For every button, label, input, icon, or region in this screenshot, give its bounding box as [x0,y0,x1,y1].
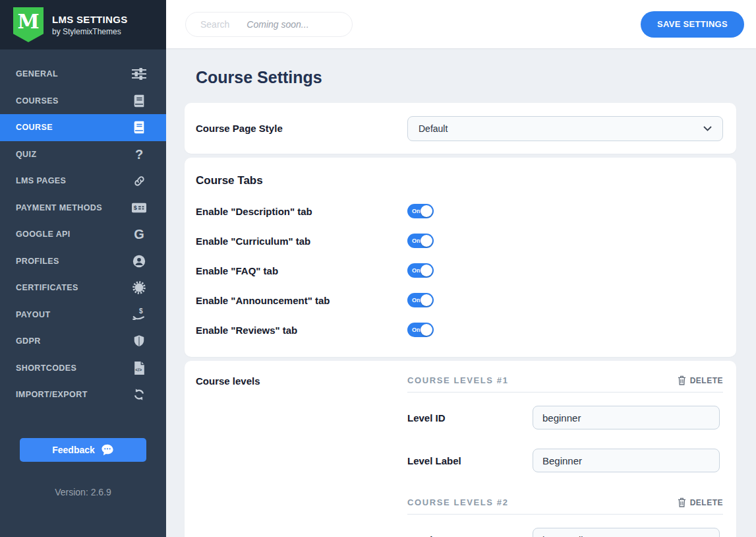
level-id-input[interactable] [533,406,720,429]
level-id-row: Level ID [407,406,723,429]
question-icon: ? [131,146,147,162]
course-page-style-label: Course Page Style [196,123,407,134]
level-label-label: Level Label [407,455,533,466]
app-subtitle: by StylemixThemes [52,27,127,36]
toggle-state-label: On [412,267,421,274]
sidebar-item-label: GENERAL [16,69,58,79]
toggle-knob [421,265,432,276]
sidebar-item-shortcodes[interactable]: SHORTCODES </> [0,355,166,382]
sidebar-item-courses[interactable]: COURSES [0,88,166,115]
sidebar-item-label: QUIZ [16,150,36,159]
google-icon: G [131,226,147,242]
sidebar-item-import-export[interactable]: IMPORT/EXPORT [0,381,166,408]
sidebar-item-label: PAYOUT [16,310,50,319]
search-field[interactable]: Search [185,12,353,37]
course-levels-card: Course levels COURSE LEVELS #1 DELETE [185,361,736,537]
delete-label: DELETE [690,498,723,507]
shortcode-icon: </> [131,360,147,376]
certificate-icon [131,280,147,296]
chat-icon [101,444,114,456]
level-id-label: Level ID [407,412,533,424]
book-icon [131,93,147,109]
payment-icon: $ [131,200,147,216]
topbar: Search SAVE SETTINGS [166,0,756,48]
group-heading: COURSE LEVELS #2 [407,497,508,507]
toggle-state-label: On [412,297,421,303]
save-settings-button[interactable]: SAVE SETTINGS [641,11,744,38]
svg-text:$: $ [134,205,137,211]
sliders-icon [131,66,147,82]
shield-icon [131,333,147,349]
sidebar-item-payment-methods[interactable]: PAYMENT METHODS $ [0,195,166,222]
course-level-group-1: COURSE LEVELS #1 DELETE Level ID [407,375,723,472]
level-id-label: Level ID [407,534,533,537]
svg-text:</>: </> [135,367,142,371]
logo-letter: M [17,7,39,36]
masterstudy-logo-icon: M [13,7,44,42]
trash-icon [678,375,686,385]
sidebar-item-label: IMPORT/EXPORT [16,390,88,399]
page-title: Course Settings [196,68,736,87]
faq-tab-toggle[interactable]: On [407,263,434,278]
toggle-row-faq: Enable "FAQ" tab On [196,263,723,278]
description-tab-toggle[interactable]: On [407,204,434,218]
search-input[interactable] [247,19,339,30]
toggle-knob [421,205,432,217]
toggle-knob [421,294,432,306]
sidebar-item-label: PROFILES [16,257,59,266]
toggle-knob [421,235,432,247]
settings-content: Course Settings Course Page Style Defaul… [166,48,756,537]
sidebar-item-general[interactable]: GENERAL [0,61,166,88]
search-label: Search [200,19,229,30]
delete-label: DELETE [690,376,723,385]
sidebar-item-lms-pages[interactable]: LMS PAGES [0,168,166,195]
feedback-label: Feedback [52,445,95,455]
delete-level-button[interactable]: DELETE [678,375,723,385]
level-id-input[interactable] [533,528,720,537]
trash-icon [678,497,686,507]
toggle-row-description: Enable "Description" tab On [196,203,723,219]
app-title: LMS SETTINGS [52,14,127,25]
sidebar-item-course[interactable]: COURSE [0,114,166,141]
app-logo: M LMS SETTINGS by StylemixThemes [0,0,166,49]
profile-icon [131,253,147,269]
payout-icon: $ [131,307,147,323]
sidebar-item-label: COURSE [16,123,53,132]
group-heading: COURSE LEVELS #1 [407,375,508,385]
toggle-knob [421,324,432,336]
level-label-input[interactable] [533,449,720,472]
sidebar: M LMS SETTINGS by StylemixThemes GENERAL… [0,0,166,537]
toggle-state-label: On [412,208,421,214]
sidebar-item-label: SHORTCODES [16,363,76,373]
level-label-row: Level Label [407,449,723,472]
curriculum-tab-toggle[interactable]: On [407,234,434,248]
link-icon [131,173,147,189]
sidebar-item-gdpr[interactable]: GDPR [0,328,166,355]
sidebar-item-label: GOOGLE API [16,230,71,239]
course-level-group-2: COURSE LEVELS #2 DELETE Level ID [407,497,723,537]
announcement-tab-toggle[interactable]: On [407,293,434,307]
toggle-state-label: On [412,327,421,333]
toggle-label: Enable "Announcement" tab [196,295,407,306]
sidebar-item-label: PAYMENT METHODS [16,203,102,212]
toggle-row-reviews: Enable "Reviews" tab On [196,322,723,338]
sidebar-item-google-api[interactable]: GOOGLE API G [0,221,166,248]
course-page-style-select[interactable]: Default [407,116,723,141]
level-id-row: Level ID [407,528,723,537]
reviews-tab-toggle[interactable]: On [407,323,434,337]
course-page-style-card: Course Page Style Default [185,103,736,154]
sidebar-item-label: LMS PAGES [16,176,66,185]
sidebar-item-label: CERTIFICATES [16,283,78,292]
toggle-label: Enable "Reviews" tab [196,325,407,336]
delete-level-button[interactable]: DELETE [678,497,723,507]
sidebar-item-profiles[interactable]: PROFILES [0,248,166,275]
course-tabs-card: Course Tabs Enable "Description" tab On … [185,158,736,357]
feedback-button[interactable]: Feedback [20,438,146,462]
version-label: Version: 2.6.9 [0,487,166,497]
sidebar-item-quiz[interactable]: QUIZ ? [0,141,166,168]
sidebar-item-payout[interactable]: PAYOUT $ [0,301,166,329]
sidebar-item-certificates[interactable]: CERTIFICATES [0,274,166,301]
toggle-label: Enable "Curriculum" tab [196,236,407,247]
toggle-label: Enable "Description" tab [196,206,407,217]
book-icon [131,119,147,135]
